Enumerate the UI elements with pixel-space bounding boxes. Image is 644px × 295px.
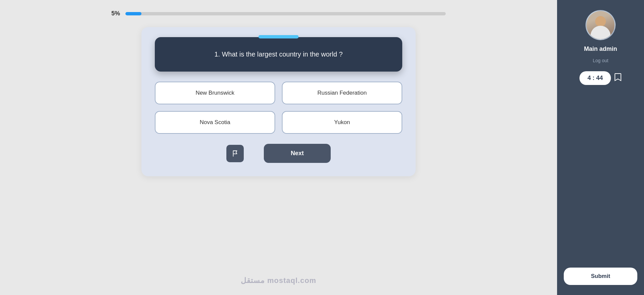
question-text: 1. What is the largest country in the wo… [214, 51, 343, 58]
timer-row: 4 : 44 [579, 71, 622, 85]
next-button[interactable]: Next [264, 144, 330, 163]
progress-label: 5% [111, 10, 120, 17]
progress-fill [125, 12, 141, 15]
avatar [585, 10, 616, 40]
main-area: 5% 1. What is the largest country in the… [0, 0, 557, 295]
option-a[interactable]: New Brunswick [155, 82, 275, 104]
avatar-image [586, 11, 615, 39]
flag-icon [231, 150, 239, 157]
option-c[interactable]: Nova Scotia [155, 111, 275, 134]
logout-link[interactable]: Log out [593, 58, 609, 63]
question-box: 1. What is the largest country in the wo… [155, 37, 402, 72]
flag-button[interactable] [226, 145, 244, 162]
option-d[interactable]: Yukon [282, 111, 402, 134]
submit-button[interactable]: Submit [564, 268, 637, 285]
watermark: مستقل mostaql.com [241, 276, 316, 285]
quiz-card: 1. What is the largest country in the wo… [141, 27, 416, 176]
options-grid: New Brunswick Russian Federation Nova Sc… [155, 82, 402, 134]
timer-display: 4 : 44 [579, 71, 611, 85]
progress-track [125, 12, 446, 15]
admin-name: Main admin [584, 45, 617, 53]
option-b[interactable]: Russian Federation [282, 82, 402, 104]
bottom-bar: Next [155, 144, 402, 163]
bookmark-icon[interactable] [614, 73, 622, 84]
progress-section: 5% [111, 10, 446, 17]
sidebar: Main admin Log out 4 : 44 Submit [557, 0, 644, 295]
